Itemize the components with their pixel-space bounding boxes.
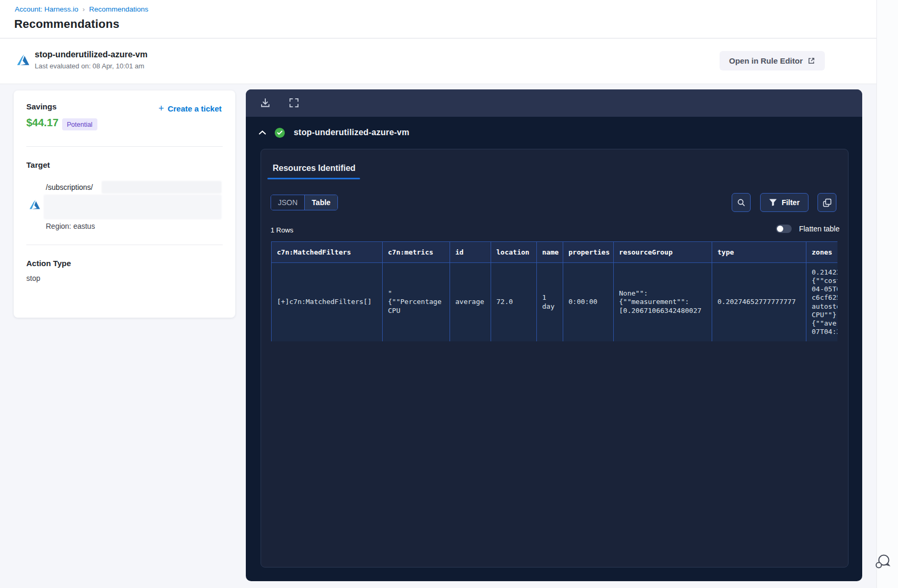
- view-mode-toggle: JSON Table: [271, 195, 338, 210]
- resources-table: c7n:MatchedFilters c7n:metrics id locati…: [271, 241, 837, 341]
- page-title: Recommendations: [14, 17, 119, 31]
- table-header-row: c7n:MatchedFilters c7n:metrics id locati…: [272, 242, 838, 263]
- resources-table-container[interactable]: c7n:MatchedFilters c7n:metrics id locati…: [271, 241, 837, 341]
- cell-location: 72.0: [491, 263, 537, 342]
- col-header: c7n:MatchedFilters: [272, 242, 383, 263]
- savings-amount: $44.17: [26, 117, 58, 129]
- cell-type: 0.20274652777777777: [712, 263, 806, 342]
- col-header: location: [491, 242, 537, 263]
- breadcrumb-separator-icon: ›: [83, 5, 85, 13]
- recommendation-name: stop-underutilized-azure-vm: [35, 50, 147, 59]
- savings-potential-badge: Potential: [62, 118, 97, 130]
- policy-output-viewer: stop-underutilized-azure-vm Resources Id…: [246, 89, 862, 581]
- azure-logo-icon: [16, 53, 31, 67]
- rows-count: 1 Rows: [271, 226, 293, 234]
- target-label: Target: [26, 160, 50, 169]
- card-divider: [26, 245, 223, 245]
- recommendation-summary-card: Savings + Create a ticket $44.17 Potenti…: [14, 90, 235, 318]
- table-row: [+]c7n:MatchedFilters[] " {""Percentage …: [272, 263, 838, 342]
- col-header: properties: [563, 242, 614, 263]
- target-region: Region: eastus: [46, 222, 95, 230]
- create-ticket-label: Create a ticket: [167, 104, 222, 113]
- matched-filters-expand-link[interactable]: [+]c7n:MatchedFilters[]: [272, 263, 383, 342]
- filter-button[interactable]: Filter: [760, 193, 809, 212]
- cell-zones: 0.21423 {""cost 04-05T0 c6cf625 autosto …: [806, 263, 838, 342]
- flatten-table-control: Flatten table: [776, 225, 840, 233]
- breadcrumb-account-link[interactable]: Account: Harness.io: [15, 5, 78, 13]
- copy-icon: [823, 198, 832, 207]
- success-check-icon: [275, 128, 285, 138]
- azure-logo-icon: [28, 198, 41, 211]
- open-rule-editor-label: Open in Rule Editor: [729, 56, 803, 65]
- download-icon[interactable]: [260, 97, 271, 109]
- open-rule-editor-button[interactable]: Open in Rule Editor: [720, 51, 825, 70]
- action-type-label: Action Type: [26, 259, 71, 268]
- col-header: name: [537, 242, 563, 263]
- collapse-chevron-icon[interactable]: [258, 130, 266, 135]
- policy-name: stop-underutilized-azure-vm: [294, 128, 410, 137]
- last-evaluated-text: Last evaluated on: 08 Apr, 10:01 am: [35, 62, 144, 70]
- col-header: resourceGroup: [614, 242, 712, 263]
- create-ticket-button[interactable]: + Create a ticket: [158, 104, 222, 113]
- cell-name: 1 day: [537, 263, 563, 342]
- recommendation-header: stop-underutilized-azure-vm Last evaluat…: [0, 39, 876, 84]
- cell-properties: 0:00:00: [563, 263, 614, 342]
- tab-resources-identified[interactable]: Resources Identified: [273, 164, 355, 173]
- policy-result-row: stop-underutilized-azure-vm: [246, 117, 862, 148]
- filter-funnel-icon: [769, 199, 777, 206]
- view-mode-json[interactable]: JSON: [271, 195, 304, 210]
- chat-bubble-icon[interactable]: [874, 552, 892, 571]
- toggle-knob-icon: [777, 226, 783, 232]
- search-button[interactable]: [732, 193, 751, 212]
- breadcrumb-recommendations-link[interactable]: Recommendations: [89, 5, 148, 13]
- filter-label: Filter: [782, 198, 800, 207]
- active-tab-underline: [267, 178, 360, 179]
- savings-label: Savings: [26, 102, 57, 111]
- search-icon: [737, 198, 746, 207]
- col-header: c7n:metrics: [383, 242, 450, 263]
- view-mode-table[interactable]: Table: [304, 195, 337, 210]
- copy-button[interactable]: [817, 193, 836, 212]
- flatten-toggle[interactable]: [776, 225, 792, 233]
- flatten-table-label: Flatten table: [799, 225, 840, 233]
- target-path: /subscriptions/: [46, 183, 93, 191]
- card-divider: [26, 146, 223, 147]
- fullscreen-icon[interactable]: [288, 97, 300, 109]
- external-link-icon: [807, 57, 815, 65]
- plus-icon: +: [158, 105, 164, 113]
- breadcrumb: Account: Harness.io › Recommendations: [15, 5, 148, 13]
- action-type-value: stop: [26, 274, 40, 282]
- redacted-resource-path: [44, 195, 222, 219]
- cell-metrics: " {""Percentage CPU: [383, 263, 450, 342]
- right-rail: [876, 0, 898, 588]
- col-header: type: [712, 242, 806, 263]
- cell-id: average: [450, 263, 491, 342]
- resources-panel: Resources Identified JSON Table Filter 1…: [261, 149, 849, 567]
- viewer-toolbar: [246, 89, 862, 117]
- redacted-subscription-id: [102, 181, 222, 194]
- cell-resource-group: None"": {""measurement"": [0.20671066342…: [614, 263, 712, 342]
- page-header-band: Account: Harness.io › Recommendations Re…: [0, 0, 876, 38]
- col-header: zones: [806, 242, 838, 263]
- col-header: id: [450, 242, 491, 263]
